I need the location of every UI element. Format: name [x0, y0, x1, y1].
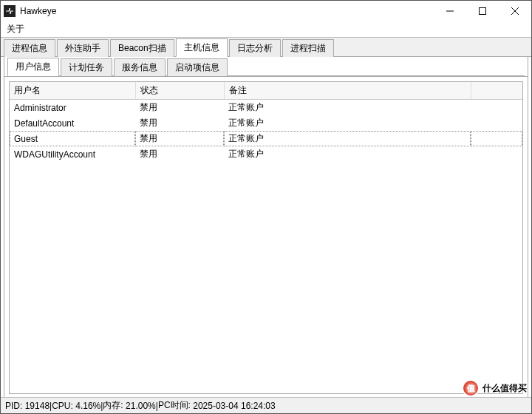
- status-time-value: 2025-03-04 16:24:03: [193, 401, 275, 411]
- main-tab[interactable]: 进程信息: [4, 39, 55, 57]
- status-cpu-value: 4.16%: [75, 401, 100, 411]
- status-mem-value: 21.00%: [126, 401, 156, 411]
- main-tab[interactable]: Beacon扫描: [110, 39, 174, 57]
- user-table: 用户名 状态 备注 Administrator禁用正常账户DefaultAcco…: [9, 81, 523, 394]
- main-tabstrip: 进程信息外连助手Beacon扫描主机信息日志分析进程扫描: [1, 38, 531, 57]
- cell-user: Guest: [10, 131, 135, 146]
- header-remark[interactable]: 备注: [224, 82, 471, 100]
- cell-spacer: [471, 131, 522, 146]
- cell-remark: 正常账户: [224, 131, 471, 146]
- header-user[interactable]: 用户名: [10, 82, 135, 100]
- menu-about[interactable]: 关于: [7, 23, 24, 35]
- status-time-label: PC时间:: [158, 399, 191, 412]
- status-pid-value: 19148: [25, 401, 50, 411]
- cell-status: 禁用: [135, 100, 224, 116]
- statusbar: PID: 19148 | CPU: 4.16% | 内存: 21.00% | P…: [1, 397, 531, 413]
- cell-status: 禁用: [135, 146, 224, 162]
- menubar: 关于: [1, 21, 531, 38]
- status-cpu-label: CPU:: [52, 401, 73, 411]
- minimize-button[interactable]: [434, 1, 466, 21]
- header-spacer: [471, 82, 522, 100]
- table-row[interactable]: WDAGUtilityAccount禁用正常账户: [10, 146, 522, 162]
- app-icon: [4, 5, 16, 17]
- cell-status: 禁用: [135, 131, 224, 146]
- main-tab[interactable]: 主机信息: [176, 38, 228, 57]
- svg-rect-1: [480, 8, 486, 15]
- close-button[interactable]: [499, 1, 531, 21]
- table-row[interactable]: Guest禁用正常账户: [10, 131, 522, 146]
- maximize-button[interactable]: [466, 1, 499, 21]
- content-area: 用户名 状态 备注 Administrator禁用正常账户DefaultAcco…: [4, 77, 528, 399]
- cell-remark: 正常账户: [224, 100, 471, 116]
- subtabstrip: 用户信息计划任务服务信息启动项信息: [7, 58, 525, 76]
- status-mem-label: 内存:: [103, 399, 123, 412]
- table-row[interactable]: DefaultAccount禁用正常账户: [10, 115, 522, 131]
- cell-user: DefaultAccount: [10, 115, 135, 131]
- sub-tab[interactable]: 服务信息: [114, 58, 166, 76]
- window-title: Hawkeye: [20, 6, 434, 16]
- cell-spacer: [471, 146, 522, 162]
- main-tab[interactable]: 日志分析: [229, 39, 281, 57]
- main-tab[interactable]: 进程扫描: [282, 39, 334, 57]
- cell-spacer: [471, 100, 522, 116]
- titlebar: Hawkeye: [1, 1, 531, 21]
- cell-status: 禁用: [135, 115, 224, 131]
- header-status[interactable]: 状态: [135, 82, 224, 100]
- table-header-row: 用户名 状态 备注: [10, 82, 522, 100]
- cell-spacer: [471, 115, 522, 131]
- cell-remark: 正常账户: [224, 146, 471, 162]
- sub-tab[interactable]: 启动项信息: [167, 58, 228, 76]
- status-pid-label: PID:: [5, 401, 22, 411]
- main-tab[interactable]: 外连助手: [57, 39, 109, 57]
- sub-tab[interactable]: 用户信息: [7, 58, 59, 76]
- cell-remark: 正常账户: [224, 115, 471, 131]
- cell-user: WDAGUtilityAccount: [10, 146, 135, 162]
- subtab-area: 用户信息计划任务服务信息启动项信息: [4, 57, 528, 77]
- window-controls: [434, 1, 531, 21]
- sub-tab[interactable]: 计划任务: [61, 58, 112, 76]
- table-row[interactable]: Administrator禁用正常账户: [10, 100, 522, 116]
- cell-user: Administrator: [10, 100, 135, 116]
